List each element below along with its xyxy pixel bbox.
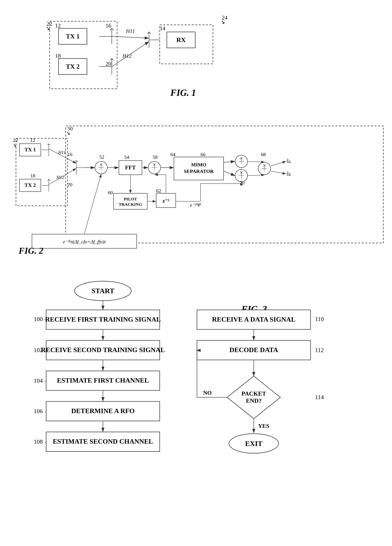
svg-rect-37 (66, 126, 383, 243)
fig1-diagram: TX 1 TX 2 RX (35, 11, 231, 103)
svg-line-53 (75, 161, 76, 162)
svg-line-45 (47, 144, 49, 145)
svg-text:EXIT: EXIT (245, 440, 262, 448)
svg-text:12: 12 (30, 137, 35, 143)
svg-text:H12: H12 (56, 175, 65, 180)
svg-text:e⁻ʲ²π(Δf_cfo+Δf_ffo)t: e⁻ʲ²π(Δf_cfo+Δf_ffo)t (63, 239, 106, 244)
fig3-diagram: START RECEIVE FIRST TRAINING SIGNAL RECE… (11, 277, 383, 539)
svg-text:END?: END? (246, 397, 262, 404)
svg-text:H12: H12 (122, 53, 132, 59)
svg-text:RECEIVE FIRST TRAINING SIGNAL: RECEIVE FIRST TRAINING SIGNAL (45, 316, 161, 323)
svg-text:DETERMINE A RFO: DETERMINE A RFO (71, 407, 135, 415)
svg-text:FFT: FFT (125, 164, 136, 171)
svg-text:PILOT: PILOT (124, 197, 137, 201)
page: TX 1 TX 2 RX (0, 0, 392, 546)
svg-text:20: 20 (106, 60, 111, 67)
svg-text:100: 100 (34, 316, 43, 322)
svg-text:58: 58 (153, 154, 157, 160)
svg-text:FIG. 2: FIG. 2 (19, 246, 43, 256)
svg-line-14 (110, 58, 112, 60)
svg-text:TX 1: TX 1 (66, 33, 79, 40)
svg-text:FIG. 1: FIG. 1 (170, 88, 196, 98)
svg-line-11 (112, 28, 114, 30)
svg-line-46 (49, 144, 50, 145)
svg-text:TRACKING: TRACKING (119, 202, 142, 207)
svg-text:54: 54 (124, 154, 129, 160)
svg-text:MIMO: MIMO (191, 162, 206, 168)
svg-text:RECEIVE SECOND TRAINING SIGNAL: RECEIVE SECOND TRAINING SIGNAL (41, 346, 165, 354)
svg-line-54 (76, 161, 78, 162)
svg-text:e⁻ʲ²Ψ: e⁻ʲ²Ψ (190, 202, 201, 208)
fig2-svg: TX 1 TX 2 H11 H (11, 121, 392, 261)
svg-text:NO: NO (203, 390, 212, 396)
svg-line-100 (248, 175, 264, 176)
svg-text:z⁻²: z⁻² (163, 198, 169, 204)
svg-text:16: 16 (67, 152, 72, 157)
svg-text:YES: YES (258, 423, 269, 429)
svg-text:DECODE DATA: DECODE DATA (229, 346, 278, 354)
svg-text:112: 112 (315, 347, 324, 353)
svg-rect-67 (114, 193, 147, 209)
svg-text:18: 18 (30, 173, 35, 178)
svg-text:↘: ↘ (220, 19, 225, 25)
svg-text:70: 70 (240, 180, 245, 186)
svg-line-99 (248, 162, 264, 162)
svg-text:104: 104 (34, 377, 43, 384)
svg-text:↘: ↘ (45, 25, 50, 31)
svg-line-18 (147, 32, 149, 34)
svg-text:ESTIMATE SECOND CHANNEL: ESTIMATE SECOND CHANNEL (53, 438, 153, 445)
svg-text:↘: ↘ (12, 142, 17, 148)
svg-text:SEPARATOR: SEPARATOR (184, 169, 214, 174)
svg-text:102: 102 (34, 347, 43, 353)
svg-line-20 (112, 36, 149, 38)
svg-line-50 (49, 179, 50, 181)
svg-text:52: 52 (99, 154, 104, 160)
svg-text:114: 114 (315, 394, 324, 400)
fig2-diagram: TX 1 TX 2 H11 H (11, 121, 383, 259)
svg-line-94 (224, 171, 235, 176)
svg-text:ŝ₁: ŝ₁ (287, 158, 291, 164)
svg-text:H11: H11 (58, 150, 66, 155)
svg-text:RECEIVE A DATA SIGNAL: RECEIVE A DATA SIGNAL (212, 316, 296, 323)
svg-text:TX 1: TX 1 (25, 147, 36, 152)
svg-text:20: 20 (67, 182, 72, 187)
svg-text:ŝ₂: ŝ₂ (287, 170, 291, 177)
svg-text:110: 110 (315, 316, 324, 322)
svg-line-93 (224, 162, 235, 162)
svg-text:TX 2: TX 2 (25, 182, 36, 188)
svg-line-103 (271, 171, 286, 174)
svg-text:↘: ↘ (66, 130, 70, 136)
svg-text:TX 2: TX 2 (66, 63, 79, 70)
svg-text:68: 68 (261, 152, 266, 157)
svg-text:18: 18 (55, 52, 61, 59)
svg-line-113 (84, 174, 101, 234)
svg-text:66: 66 (201, 152, 205, 157)
svg-line-49 (47, 179, 49, 181)
svg-line-101 (271, 162, 286, 166)
svg-line-15 (112, 58, 114, 60)
fig1-svg: TX 1 TX 2 RX (35, 11, 248, 105)
svg-text:64: 64 (170, 152, 175, 157)
fig3-svg: START RECEIVE FIRST TRAINING SIGNAL RECE… (11, 277, 392, 539)
svg-text:12: 12 (55, 22, 61, 29)
svg-text:H11: H11 (126, 28, 135, 34)
svg-line-19 (149, 32, 151, 34)
svg-text:60: 60 (108, 190, 113, 195)
svg-text:RX: RX (176, 36, 186, 44)
svg-text:16: 16 (106, 22, 111, 29)
svg-text:14: 14 (160, 25, 165, 31)
svg-text:ESTIMATE FIRST CHANNEL: ESTIMATE FIRST CHANNEL (57, 377, 149, 384)
svg-text:PACKET: PACKET (241, 390, 266, 397)
svg-text:START: START (91, 287, 114, 295)
svg-text:62: 62 (156, 188, 161, 194)
svg-text:106: 106 (34, 408, 43, 414)
svg-text:108: 108 (34, 438, 43, 445)
